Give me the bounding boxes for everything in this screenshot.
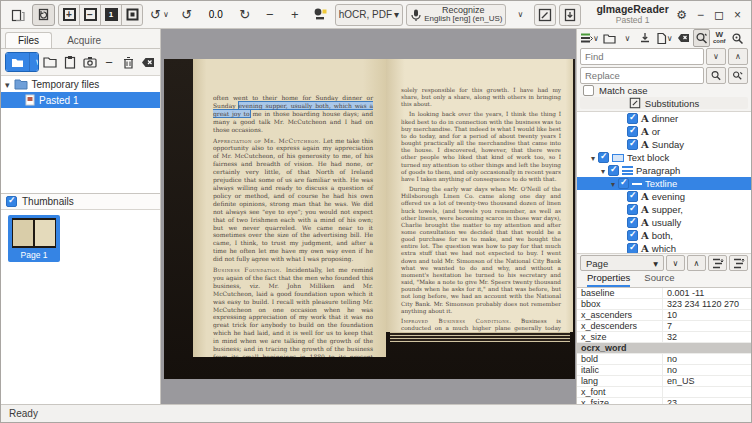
replace-all-button[interactable] [728,67,748,84]
hocr-word-row[interactable]: Asupper, [577,203,751,216]
zoom-fit-button[interactable] [121,4,143,26]
brightness-decrease-button[interactable]: − [259,4,281,26]
word-checkbox[interactable] [627,217,638,228]
clear-list-button[interactable] [140,52,156,72]
minimize-button[interactable]: − [697,8,704,22]
navigate-next-button[interactable]: ∨ [666,255,685,271]
recognize-button[interactable]: Recognize English [eng] (en_US) [406,4,506,26]
clear-output-button[interactable] [675,29,692,47]
tab-files[interactable]: Files [5,32,52,48]
hocr-word-row[interactable]: Aboth, [577,229,751,242]
close-button[interactable]: × [734,8,741,22]
property-row[interactable]: x_descenders7 [577,321,751,332]
thumbnails-checkbox[interactable] [6,196,17,207]
find-next-button[interactable]: ∨ [706,48,726,65]
expander-icon[interactable] [611,178,615,189]
hocr-word-row[interactable]: Ausually [577,216,751,229]
hocr-block-row[interactable]: Text block [577,151,751,164]
find-input[interactable] [580,48,704,65]
hocr-textline-row-selected[interactable]: Textline [577,177,751,190]
save-hocr-button[interactable] [637,29,654,47]
block-checkbox[interactable] [598,152,609,163]
hocr-word-row[interactable]: Awhich [577,242,751,254]
output-mode-dropdown[interactable]: hOCR, PDF ▾ [335,4,403,26]
expand-all-button[interactable] [708,255,727,271]
rotation-angle-input[interactable] [201,6,231,24]
paste-button[interactable] [62,52,78,72]
zoom-out-button[interactable]: − [79,4,101,26]
paragraph-checkbox[interactable] [608,165,619,176]
rotate-left-button[interactable]: ↺ [176,4,198,26]
recognize-options-dropdown[interactable]: ∨ [509,4,531,26]
property-row[interactable]: x_font [577,387,751,398]
export-button[interactable] [559,4,581,26]
word-checkbox[interactable] [627,126,638,137]
remove-image-button[interactable]: − [101,52,117,72]
replace-input[interactable] [580,67,704,84]
rotate-mode-dropdown[interactable]: ↺∨ [146,4,173,26]
show-sources-pane-button[interactable] [7,4,29,26]
hocr-word-row[interactable]: Aevening [577,190,751,203]
find-replace-toggle-button[interactable] [693,29,710,47]
hocr-word-row[interactable]: Adinner [577,112,751,125]
textline-checkbox[interactable] [618,178,629,189]
insert-mode-dropdown[interactable]: ∨ [579,29,600,47]
word-checkbox[interactable] [627,204,638,215]
open-options-dropdown[interactable]: ∨ [619,29,636,47]
expander-icon[interactable] [5,79,10,90]
thumbnail-page-1[interactable]: Page 1 [8,215,60,262]
word-checkbox[interactable] [627,243,638,254]
zoom-in-button[interactable]: + [58,4,80,26]
word-checkbox[interactable] [627,139,638,150]
hocr-word-row[interactable]: Aor [577,125,751,138]
expander-icon[interactable] [601,165,605,176]
tab-acquire[interactable]: Acquire [54,32,114,48]
settings-gear-button[interactable]: ⚙ [676,8,687,22]
rotate-page-mode-button[interactable] [32,4,55,26]
collapse-all-button[interactable] [729,255,748,271]
tab-properties[interactable]: Properties [587,272,630,287]
word-checkbox[interactable] [627,191,638,202]
delete-image-button[interactable] [121,52,137,72]
navigate-previous-button[interactable]: ∧ [687,255,706,271]
hocr-paragraph-row[interactable]: Paragraph [577,164,751,177]
find-previous-button[interactable]: ∧ [728,48,748,65]
screenshot-button[interactable] [82,52,98,72]
add-images-button[interactable] [6,53,29,71]
replace-button[interactable] [706,67,726,84]
tree-item-temporary-files[interactable]: Temporary files [1,76,160,92]
hocr-word-row[interactable]: ASunday [577,138,751,151]
property-row[interactable]: x_size32 [577,332,751,343]
expander-icon[interactable] [591,152,595,163]
scanned-book-image[interactable]: often went to their home for Sunday dinn… [164,59,575,379]
open-hocr-button[interactable] [601,29,618,47]
thumbnail-image [12,218,56,248]
export-hocr-dropdown[interactable]: ∨ [655,29,674,47]
document-viewer[interactable]: often went to their home for Sunday dinn… [161,29,576,404]
maximize-button[interactable]: ◻ [714,8,724,22]
edit-output-button[interactable] [534,4,556,26]
property-section-ocrx-word[interactable]: ocrx_word [577,343,751,354]
open-folder-button[interactable] [43,52,59,72]
rotate-right-button[interactable]: ↻ [234,4,256,26]
property-row[interactable]: x_ascenders10 [577,310,751,321]
property-row[interactable]: boldno [577,354,751,365]
tab-source[interactable]: Source [644,272,674,287]
word-checkbox[interactable] [627,230,638,241]
property-row[interactable]: bbox323 234 1120 270 [577,299,751,310]
tree-item-pasted-1[interactable]: Pasted 1 [1,92,160,108]
property-row[interactable]: baseline0.001 -11 [577,288,751,299]
add-images-dropdown[interactable]: ∨ [29,53,39,71]
show-confidence-toggle-button[interactable]: W conf [711,29,728,47]
match-case-checkbox[interactable] [583,85,594,96]
image-controls-button[interactable] [309,4,332,26]
add-images-split-button[interactable]: ∨ [5,52,39,72]
zoom-original-button[interactable]: 1 [100,4,122,26]
preview-toggle-button[interactable] [729,29,746,47]
word-checkbox[interactable] [627,113,638,124]
property-row[interactable]: langen_US [577,376,751,387]
navigation-target-combo[interactable]: Page ▾ [580,255,664,271]
substitutions-button[interactable]: Substitutions [580,97,748,109]
brightness-increase-button[interactable]: + [284,4,306,26]
property-row[interactable]: italicno [577,365,751,376]
